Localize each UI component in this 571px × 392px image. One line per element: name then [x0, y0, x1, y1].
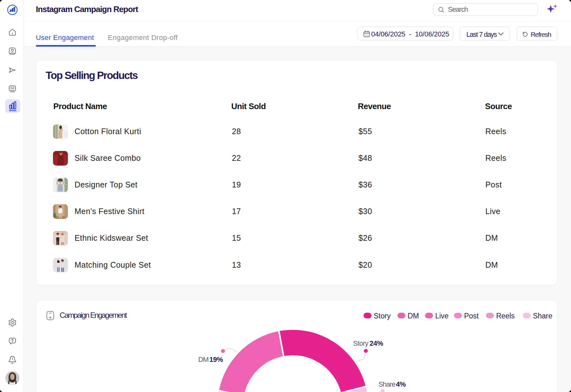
svg-text:24%: 24% — [370, 339, 383, 347]
svg-text:DM: DM — [198, 356, 208, 363]
svg-text:Story: Story — [353, 339, 369, 347]
svg-text:4%: 4% — [396, 380, 406, 388]
svg-text:Share: Share — [378, 380, 396, 388]
svg-text:19%: 19% — [209, 356, 223, 363]
